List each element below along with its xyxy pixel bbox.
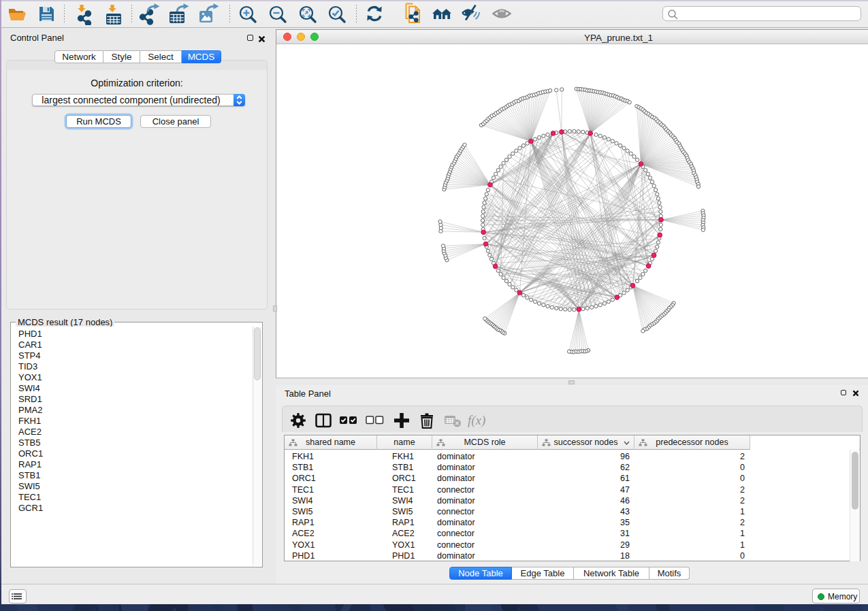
- svg-text:f(x): f(x): [468, 413, 485, 428]
